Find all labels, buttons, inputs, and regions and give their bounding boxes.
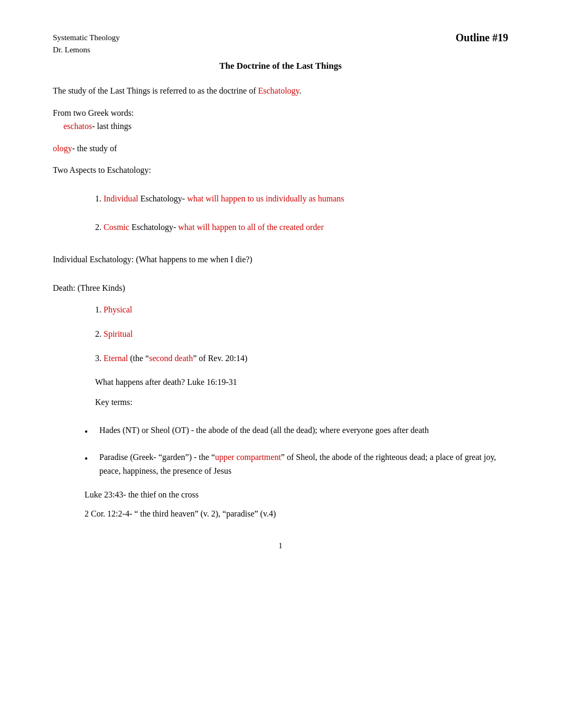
death3: 3. Eternal (the “second death” of Rev. 2… [95,352,508,365]
eschatos-line: eschatos- last things [63,119,508,133]
header: Systematic Theology Dr. Lemons Outline #… [53,32,508,56]
page-title: The Doctrine of the Last Things [53,61,508,71]
bullet2-pre: Paradise (Greek- “garden”) - the “ [99,453,215,462]
bullet-dot-1: • [85,425,95,440]
aspect2: 2. Cosmic Eschatology- what will happen … [95,220,508,234]
aspect2-num: 2. [95,223,104,232]
aspect1-red: what will happen to us individually as h… [187,194,344,203]
intro-paragraph: The study of the Last Things is referred… [53,84,508,98]
header-left: Systematic Theology Dr. Lemons [53,32,120,56]
bullet-list: • Hades (NT) or Sheol (OT) - the abode o… [85,423,508,477]
death1-word: Physical [104,305,132,314]
instructor-name: Dr. Lemons [53,44,120,56]
two-aspects: Two Aspects to Eschatology: [53,163,508,177]
aspect2-red: what will happen to all of the created o… [178,223,323,232]
death1-num: 1. [95,305,104,314]
what-happens: What happens after death? Luke 16:19-31 [95,375,508,389]
death2-num: 2. [95,329,104,338]
death3-num: 3. [95,354,104,363]
eschatos-rest: - last things [92,122,132,131]
bullet2-text: Paradise (Greek- “garden”) - the “upper … [99,450,508,477]
page: Systematic Theology Dr. Lemons Outline #… [0,0,561,728]
second-death: second death [149,354,193,363]
course-name: Systematic Theology [53,32,120,44]
ology-rest: - the study of [72,144,117,153]
aspect1: 1. Individual Eschatology- what will hap… [95,192,508,206]
outline-number: Outline #19 [456,32,508,44]
death3-word: Eternal [104,354,128,363]
aspect2-word: Cosmic [104,223,129,232]
bullet-dot-2: • [85,451,95,467]
death2-word: Spiritual [104,329,133,338]
page-number: 1 [53,541,508,550]
bullet-item-paradise: • Paradise (Greek- “garden”) - the “uppe… [85,450,508,477]
intro-text: The study of the Last Things is referred… [53,86,258,95]
upper-compartment: upper compartment [215,453,281,462]
bullet1-text: Hades (NT) or Sheol (OT) - the abode of … [99,423,508,437]
death-kinds: Death: (Three Kinds) [53,281,508,295]
individual-eschatology: Individual Eschatology: (What happens to… [53,253,508,266]
eschatos-word: eschatos [63,122,92,131]
greek-intro: From two Greek words: [53,106,508,120]
death3-paren-open: (the “ [128,354,149,363]
death3-paren-close: ” of Rev. 20:14) [193,354,247,363]
bullet-item-hades: • Hades (NT) or Sheol (OT) - the abode o… [85,423,508,440]
eschatology-word: Eschatology [258,86,299,95]
aspect1-rest: Eschatology- [138,194,187,203]
intro-period: . [300,86,302,95]
ology-line: ology- the study of [53,142,508,155]
aspect1-word: Individual [104,194,138,203]
cor-ref: 2 Cor. 12:2-4- “ the third heaven” (v. 2… [85,507,508,521]
key-terms: Key terms: [95,395,508,409]
death2: 2. Spiritual [95,327,508,341]
luke-ref: Luke 23:43- the thief on the cross [85,488,508,502]
ology-word: ology [53,144,72,153]
death1: 1. Physical [95,303,508,317]
aspect1-num: 1. [95,194,104,203]
aspect2-rest: Eschatology- [129,223,178,232]
